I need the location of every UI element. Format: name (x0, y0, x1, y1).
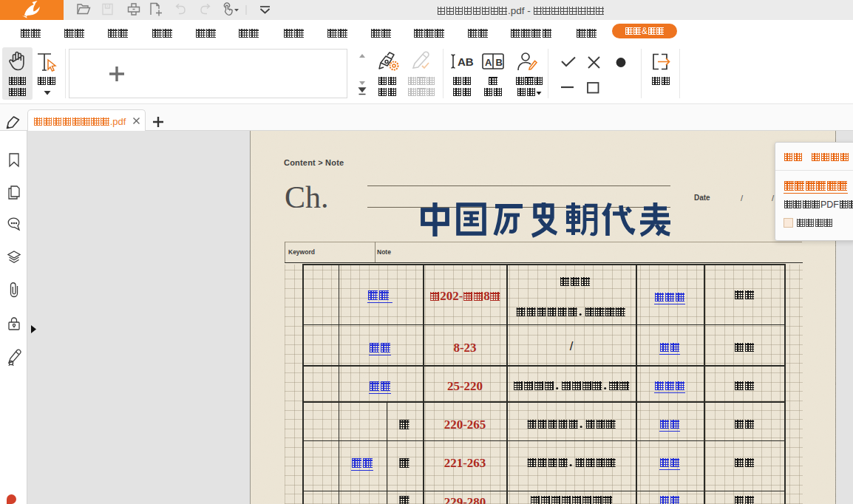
svg-text:B: B (496, 57, 503, 68)
svg-text:A: A (485, 57, 492, 68)
svg-text:AB: AB (458, 55, 474, 68)
